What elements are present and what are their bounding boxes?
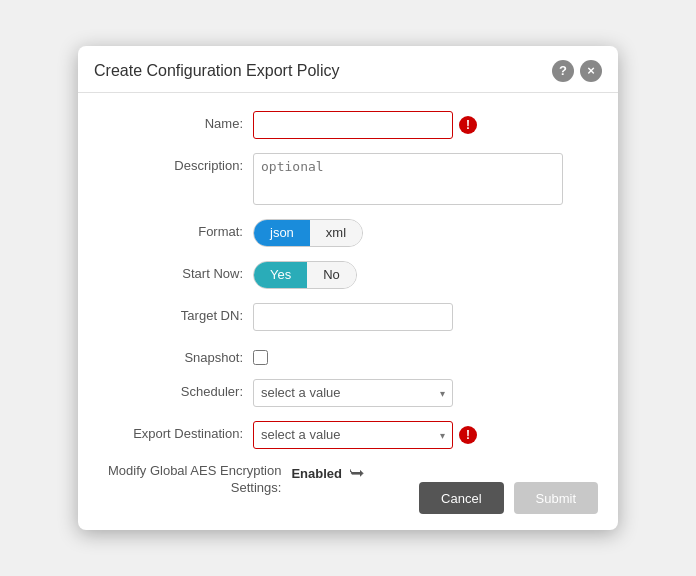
snapshot-checkbox[interactable] bbox=[253, 350, 268, 365]
cancel-button[interactable]: Cancel bbox=[419, 482, 503, 514]
scheduler-select-wrap: select a value ▾ bbox=[253, 379, 453, 407]
name-control-wrap: ! bbox=[253, 111, 588, 139]
format-row: Format: json xml bbox=[108, 219, 588, 247]
format-label: Format: bbox=[108, 219, 253, 239]
target-dn-row: Target DN: bbox=[108, 303, 588, 331]
format-toggle-group: json xml bbox=[253, 219, 363, 247]
dialog-title: Create Configuration Export Policy bbox=[94, 62, 339, 80]
dialog-body: Name: ! Description: Format: json xml bbox=[78, 93, 618, 531]
name-row: Name: ! bbox=[108, 111, 588, 139]
name-label: Name: bbox=[108, 111, 253, 131]
scheduler-control-wrap: select a value ▾ bbox=[253, 379, 588, 407]
scheduler-select[interactable]: select a value bbox=[253, 379, 453, 407]
close-button[interactable]: × bbox=[580, 60, 602, 82]
submit-button[interactable]: Submit bbox=[514, 482, 598, 514]
aes-enabled-text: Enabled bbox=[291, 466, 342, 481]
aes-label-line2: Settings: bbox=[231, 480, 282, 495]
start-now-yes-button[interactable]: Yes bbox=[254, 262, 307, 288]
name-input[interactable] bbox=[253, 111, 453, 139]
dialog-header: Create Configuration Export Policy ? × bbox=[78, 46, 618, 93]
snapshot-row: Snapshot: bbox=[108, 345, 588, 365]
start-now-no-button[interactable]: No bbox=[307, 262, 356, 288]
snapshot-label: Snapshot: bbox=[108, 345, 253, 365]
format-control-wrap: json xml bbox=[253, 219, 588, 247]
description-label: Description: bbox=[108, 153, 253, 173]
name-error-icon: ! bbox=[459, 116, 477, 134]
snapshot-control-wrap bbox=[253, 345, 588, 365]
create-config-export-policy-dialog: Create Configuration Export Policy ? × N… bbox=[78, 46, 618, 531]
export-destination-control-wrap: select a value ▾ ! bbox=[253, 421, 588, 449]
start-now-label: Start Now: bbox=[108, 261, 253, 281]
export-destination-error-icon: ! bbox=[459, 426, 477, 444]
target-dn-control-wrap bbox=[253, 303, 588, 331]
export-destination-row: Export Destination: select a value ▾ ! bbox=[108, 421, 588, 449]
start-now-row: Start Now: Yes No bbox=[108, 261, 588, 289]
aes-external-link-icon[interactable]: ⮩ bbox=[348, 465, 366, 483]
export-destination-select-wrap: select a value ▾ bbox=[253, 421, 453, 449]
dialog-footer: Cancel Submit bbox=[399, 468, 618, 530]
aes-value-wrap: Enabled ⮩ bbox=[291, 463, 366, 483]
scheduler-row: Scheduler: select a value ▾ bbox=[108, 379, 588, 407]
target-dn-input[interactable] bbox=[253, 303, 453, 331]
format-json-button[interactable]: json bbox=[254, 220, 310, 246]
aes-label-line1: Modify Global AES Encryption bbox=[108, 463, 281, 478]
format-xml-button[interactable]: xml bbox=[310, 220, 362, 246]
aes-label: Modify Global AES Encryption Settings: bbox=[108, 463, 291, 497]
export-destination-label: Export Destination: bbox=[108, 421, 253, 441]
start-now-control-wrap: Yes No bbox=[253, 261, 588, 289]
export-destination-select[interactable]: select a value bbox=[253, 421, 453, 449]
description-control-wrap bbox=[253, 153, 588, 205]
start-now-toggle-group: Yes No bbox=[253, 261, 357, 289]
description-input[interactable] bbox=[253, 153, 563, 205]
target-dn-label: Target DN: bbox=[108, 303, 253, 323]
scheduler-label: Scheduler: bbox=[108, 379, 253, 399]
description-row: Description: bbox=[108, 153, 588, 205]
help-button[interactable]: ? bbox=[552, 60, 574, 82]
header-icons: ? × bbox=[552, 60, 602, 82]
